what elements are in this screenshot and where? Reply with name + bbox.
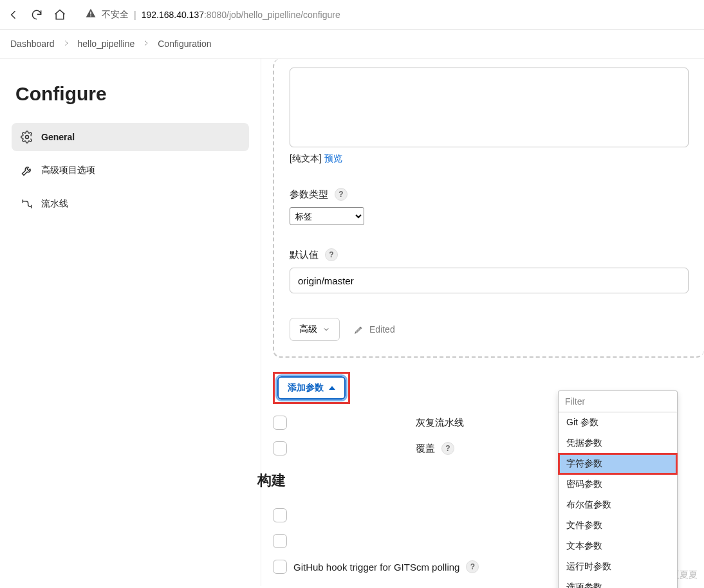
advanced-button[interactable]: 高级 (290, 318, 340, 341)
help-icon[interactable]: ? (441, 442, 454, 455)
pencil-icon (354, 324, 364, 335)
address-separator: | (134, 10, 136, 20)
breadcrumb-item[interactable]: Configuration (158, 39, 211, 49)
dropdown-filter[interactable]: Filter (559, 391, 677, 412)
checkbox[interactable] (273, 508, 287, 522)
help-icon[interactable]: ? (325, 248, 338, 261)
sidebar-item-label: 流水线 (41, 198, 68, 210)
refresh-icon[interactable] (30, 8, 44, 22)
svg-point-2 (26, 136, 29, 139)
checkbox[interactable] (273, 441, 287, 455)
caret-up-icon (329, 386, 335, 390)
param-type-label: 参数类型 (290, 188, 328, 201)
param-type-select[interactable]: 标签 (290, 207, 364, 225)
dropdown-option-file[interactable]: 文件参数 (559, 515, 677, 536)
sidebar-item-general[interactable]: General (12, 123, 249, 151)
breadcrumb: Dashboard hello_pipelline Configuration (0, 30, 704, 59)
page-title: Configure (15, 83, 249, 105)
dropdown-option-password[interactable]: 密码参数 (559, 474, 677, 495)
sidebar-item-label: General (41, 132, 75, 142)
home-icon[interactable] (53, 8, 67, 22)
add-parameter-button[interactable]: 添加参数 (277, 376, 346, 400)
row-label: 灰复流水线 (416, 417, 464, 429)
help-icon[interactable]: ? (466, 560, 479, 573)
dropdown-option-choice[interactable]: 选项参数 (559, 577, 677, 588)
parameter-type-dropdown: Filter Git 参数 凭据参数 字符参数 密码参数 布尔值参数 文件参数 … (558, 390, 678, 588)
chevron-right-icon (62, 39, 70, 49)
svg-rect-1 (90, 15, 91, 17)
row-label: GitHub hook trigger for GITScm polling (293, 562, 459, 573)
dropdown-option-boolean[interactable]: 布尔值参数 (559, 495, 677, 515)
svg-rect-0 (90, 12, 91, 15)
dropdown-option-credentials[interactable]: 凭据参数 (559, 433, 677, 454)
description-textarea[interactable] (290, 68, 689, 147)
chevron-right-icon (142, 39, 150, 49)
url-bar[interactable]: 192.168.40.137:8080/job/hello_pipelline/… (142, 10, 340, 20)
row-label: 覆盖 (416, 443, 435, 455)
dropdown-option-runtime[interactable]: 运行时参数 (559, 556, 677, 577)
breadcrumb-item[interactable]: Dashboard (10, 39, 55, 49)
dropdown-option-text[interactable]: 文本参数 (559, 536, 677, 556)
pipeline-icon (21, 198, 33, 210)
content: [纯文本] 预览 参数类型 ? 标签 默认值 ? 高级 (261, 59, 704, 586)
gear-icon (21, 131, 33, 143)
back-icon[interactable] (6, 8, 21, 22)
chevron-down-icon (322, 326, 330, 333)
browser-bar: 不安全 | 192.168.40.137:8080/job/hello_pipe… (0, 0, 704, 30)
highlight-add-param: 添加参数 (273, 372, 350, 404)
checkbox[interactable] (273, 416, 287, 430)
breadcrumb-item[interactable]: hello_pipelline (78, 39, 135, 49)
sidebar-item-pipeline[interactable]: 流水线 (12, 190, 249, 218)
dropdown-option-string[interactable]: 字符参数 (559, 454, 677, 474)
wrench-icon (21, 164, 33, 177)
warning-icon (85, 8, 97, 21)
insecure-label: 不安全 (102, 9, 129, 21)
dropdown-option-git[interactable]: Git 参数 (559, 412, 677, 433)
preview-link[interactable]: 预览 (324, 153, 342, 163)
edited-indicator: Edited (354, 324, 395, 335)
checkbox[interactable] (273, 534, 287, 548)
help-icon[interactable]: ? (335, 188, 347, 201)
parameter-section: [纯文本] 预览 参数类型 ? 标签 默认值 ? 高级 (273, 59, 704, 358)
default-value-label: 默认值 (290, 249, 319, 261)
plain-text-label: [纯文本] (290, 153, 322, 163)
checkbox[interactable] (273, 560, 287, 574)
sidebar: Configure General 高级项目选项 流水线 (0, 59, 261, 586)
sidebar-item-advanced[interactable]: 高级项目选项 (12, 156, 249, 185)
default-value-input[interactable] (290, 268, 689, 293)
sidebar-item-label: 高级项目选项 (41, 165, 95, 176)
